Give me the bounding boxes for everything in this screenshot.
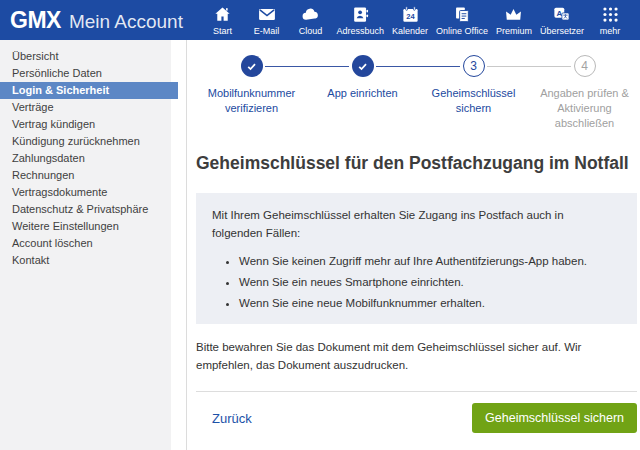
sidebar-item-kontakt[interactable]: Kontakt [0,252,171,269]
list-item: Wenn Sie ein neues Smartphone einrichten… [239,276,621,288]
list-item: Wenn Sie keinen Zugriff mehr auf Ihre Au… [239,255,621,267]
info-box-bullet-list: Wenn Sie keinen Zugriff mehr auf Ihre Au… [212,255,621,309]
gmx-logo[interactable]: GMX Mein Account [10,7,183,34]
topnav-item-mehr[interactable]: mehr [588,2,632,38]
topnav-label: Cloud [299,26,323,36]
topnav-label: Adressbuch [337,26,385,36]
step-label: Geheimschlüssel sichern [420,86,528,116]
footer-actions: Zurück Geheimschlüssel sichern [196,403,637,433]
step-label: Mobilfunknummer verifizieren [198,86,306,116]
step-3-number-circle: 3 [463,55,485,77]
topnav-item-online-office[interactable]: Online Office [432,2,492,38]
note-text: Bitte bewahren Sie das Dokument mit dem … [196,338,637,374]
grid-icon [601,5,620,24]
wizard-stepper: Mobilfunknummer verifizieren App einrich… [196,55,640,131]
sidebar-item-uebersicht[interactable]: Übersicht [0,48,171,65]
step-label: App einrichten [327,86,397,101]
stepper-connector [265,66,349,67]
step-4-number-circle: 4 [574,55,596,77]
home-icon [213,5,232,24]
check-icon [356,60,369,73]
calendar-icon: 24 [401,5,420,24]
topnav-label: mehr [600,26,621,36]
topnav-item-premium[interactable]: Premium [492,2,536,38]
calendar-day-number: 24 [406,12,415,21]
stepper-connector [487,66,571,67]
info-box-intro: Mit Ihrem Geheimschlüssel erhalten Sie Z… [212,206,612,242]
sidebar-item-persoenliche-daten[interactable]: Persönliche Daten [0,65,171,82]
sidebar-item-vertragsdokumente[interactable]: Vertragsdokumente [0,184,171,201]
address-book-icon [351,5,370,24]
topnav-item-email[interactable]: E-Mail [245,2,289,38]
page-title: Geheimschlüssel für den Postfachzugang i… [196,153,634,174]
sidebar-item-weitere-einstellungen[interactable]: Weitere Einstellungen [0,218,171,235]
back-link[interactable]: Zurück [212,411,252,426]
topnav-item-cloud[interactable]: Cloud [289,2,333,38]
sidebar-item-rechnungen[interactable]: Rechnungen [0,167,171,184]
topnav: Start E-Mail Cloud Adressbuch [201,2,632,38]
documents-icon [452,5,472,24]
sidebar-item-vertraege[interactable]: Verträge [0,99,171,116]
check-icon [245,60,258,73]
step-1-check-circle [241,55,263,77]
main-content: Mobilfunknummer verifizieren App einrich… [187,40,640,450]
sidebar-item-zahlungsdaten[interactable]: Zahlungsdaten [0,150,171,167]
topnav-label: Premium [496,26,532,36]
info-box: Mit Ihrem Geheimschlüssel erhalten Sie Z… [196,193,637,324]
topbar: GMX Mein Account Start E-Mail Cloud [0,0,640,40]
step-label: Angaben prüfen & Aktivierung abschließen [531,86,639,131]
brand-name: GMX [10,7,61,34]
sidebar-item-login-sicherheit[interactable]: Login & Sicherheit [0,82,178,99]
topnav-label: Start [213,26,232,36]
stepper-connector [376,66,460,67]
topnav-item-kalender[interactable]: 24 Kalender [388,2,432,38]
cloud-icon [300,5,321,24]
topnav-item-start[interactable]: Start [201,2,245,38]
topnav-item-adressbuch[interactable]: Adressbuch [333,2,389,38]
sidebar-item-vertrag-kuendigen[interactable]: Vertrag kündigen [0,116,171,133]
topnav-label: Übersetzer [540,26,584,36]
topnav-label: Online Office [436,26,488,36]
save-secret-key-button[interactable]: Geheimschlüssel sichern [472,403,637,433]
sidebar-item-datenschutz[interactable]: Datenschutz & Privatsphäre [0,201,171,218]
step-2-check-circle [352,55,374,77]
sidebar-item-kuendigung-zuruecknehmen[interactable]: Kündigung zurücknehmen [0,133,171,150]
brand-suffix: Mein Account [69,11,183,33]
envelope-icon [257,5,277,24]
topnav-label: E-Mail [254,26,280,36]
sidebar: Übersicht Persönliche Daten Login & Sich… [0,40,171,450]
topnav-label: Kalender [392,26,428,36]
translator-icon: A [551,5,572,24]
footer-divider [196,391,637,392]
crown-icon [503,5,524,24]
sidebar-item-account-loeschen[interactable]: Account löschen [0,235,171,252]
topnav-item-uebersetzer[interactable]: A Übersetzer [536,2,588,38]
list-item: Wenn Sie eine neue Mobilfunknummer erhal… [239,297,621,309]
